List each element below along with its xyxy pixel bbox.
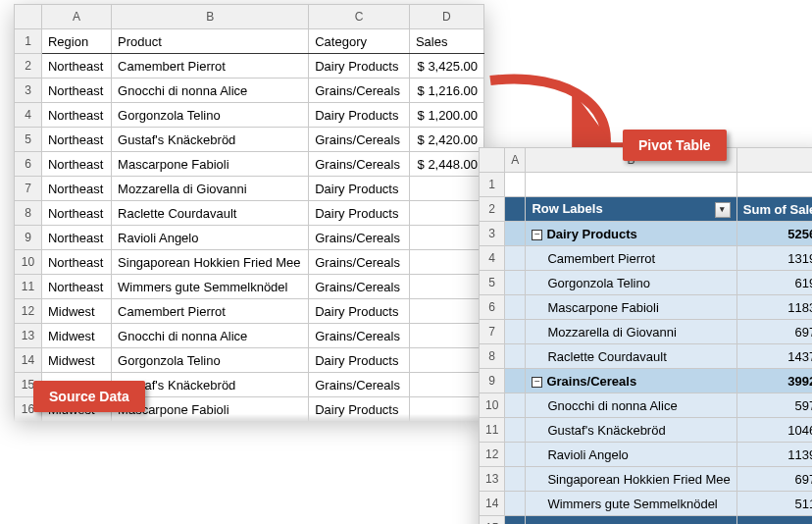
cell-sales[interactable]: [409, 348, 483, 373]
header-product[interactable]: Product: [112, 29, 309, 54]
collapse-icon[interactable]: −: [532, 230, 542, 240]
cell-region[interactable]: Northeast: [41, 275, 111, 299]
cell-sales[interactable]: $ 2,448.00: [409, 152, 483, 177]
row-header[interactable]: 4: [15, 103, 42, 128]
cell-region[interactable]: Northeast: [41, 54, 111, 79]
pivot-item-value[interactable]: 13190: [736, 246, 812, 271]
cell-category[interactable]: Dairy Products: [309, 348, 410, 373]
pivot-row-header-1[interactable]: 1: [480, 173, 505, 197]
pivot-row-header[interactable]: 14: [480, 492, 505, 516]
cell-region[interactable]: Northeast: [41, 177, 111, 201]
cell-category[interactable]: Grains/Cereals: [309, 324, 410, 348]
sum-of-sales-header[interactable]: Sum of Sales: [736, 197, 812, 222]
cell-product[interactable]: Camembert Pierrot: [112, 54, 309, 79]
pivot-cell[interactable]: [505, 173, 526, 197]
pivot-item-label[interactable]: Gnocchi di nonna Alice: [526, 393, 736, 418]
pivot-cell[interactable]: [505, 393, 526, 418]
row-header[interactable]: 11: [15, 275, 42, 299]
pivot-col-header-c[interactable]: C: [736, 148, 812, 173]
cell-sales[interactable]: [409, 299, 483, 324]
pivot-category-total[interactable]: 39924: [736, 369, 812, 393]
row-header[interactable]: 3: [15, 79, 42, 103]
pivot-row-header[interactable]: 3: [480, 222, 505, 246]
row-header[interactable]: 9: [15, 226, 42, 250]
pivot-table[interactable]: A B C 1 2 Row Labels ▾ Sum of Sales 3−Da…: [479, 147, 812, 524]
cell-region[interactable]: Northeast: [41, 79, 111, 103]
pivot-item-label[interactable]: Gustaf's Knäckebröd: [526, 418, 736, 443]
cell-product[interactable]: Gorgonzola Telino: [112, 348, 309, 373]
col-header-d[interactable]: D: [409, 5, 483, 29]
pivot-item-value[interactable]: 10465: [736, 418, 812, 443]
pivot-item-value[interactable]: 14375: [736, 344, 812, 369]
cell-category[interactable]: Grains/Cereals: [309, 152, 410, 177]
cell-sales[interactable]: [409, 226, 483, 250]
cell-product[interactable]: Gustaf's Knäckebröd: [112, 128, 309, 152]
pivot-row-header[interactable]: 8: [480, 344, 505, 369]
pivot-cell[interactable]: [505, 516, 526, 525]
pivot-row-header[interactable]: 12: [480, 443, 505, 467]
cell-region[interactable]: Northeast: [41, 250, 111, 275]
row-header[interactable]: 6: [15, 152, 42, 177]
pivot-item-label[interactable]: Camembert Pierrot: [526, 246, 736, 271]
pivot-item-label[interactable]: Singaporean Hokkien Fried Mee: [526, 467, 736, 492]
col-header-c[interactable]: C: [309, 5, 410, 29]
cell-category[interactable]: Dairy Products: [309, 299, 410, 324]
cell-product[interactable]: Gnocchi di nonna Alice: [112, 79, 309, 103]
row-labels-header[interactable]: Row Labels ▾: [526, 197, 736, 222]
pivot-cell[interactable]: [526, 173, 736, 197]
cell-category[interactable]: Grains/Cereals: [309, 275, 410, 299]
pivot-row-header[interactable]: 4: [480, 246, 505, 271]
row-header[interactable]: 12: [15, 299, 42, 324]
pivot-cell[interactable]: [505, 197, 526, 222]
header-sales[interactable]: Sales: [409, 29, 483, 54]
cell-category[interactable]: Grains/Cereals: [309, 373, 410, 397]
pivot-row-header[interactable]: 9: [480, 369, 505, 393]
pivot-item-label[interactable]: Mozzarella di Giovanni: [526, 320, 736, 344]
cell-region[interactable]: Northeast: [41, 226, 111, 250]
col-header-a[interactable]: A: [41, 5, 111, 29]
pivot-select-all-corner[interactable]: [480, 148, 505, 173]
cell-category[interactable]: Dairy Products: [309, 103, 410, 128]
cell-region[interactable]: Northeast: [41, 152, 111, 177]
pivot-item-value[interactable]: 5976: [736, 393, 812, 418]
pivot-item-value[interactable]: 5117: [736, 492, 812, 516]
pivot-item-value[interactable]: 6974: [736, 320, 812, 344]
cell-product[interactable]: Gnocchi di nonna Alice: [112, 324, 309, 348]
pivot-row-header[interactable]: 7: [480, 320, 505, 344]
row-header[interactable]: 2: [15, 54, 42, 79]
row-header[interactable]: 7: [15, 177, 42, 201]
cell-sales[interactable]: $ 1,200.00: [409, 103, 483, 128]
cell-category[interactable]: Grains/Cereals: [309, 250, 410, 275]
pivot-cell[interactable]: [736, 173, 812, 197]
pivot-item-label[interactable]: Wimmers gute Semmelknödel: [526, 492, 736, 516]
header-category[interactable]: Category: [309, 29, 410, 54]
cell-sales[interactable]: [409, 177, 483, 201]
cell-category[interactable]: Grains/Cereals: [309, 226, 410, 250]
pivot-cell[interactable]: [505, 222, 526, 246]
cell-product[interactable]: Raclette Courdavault: [112, 201, 309, 226]
pivot-cell[interactable]: [505, 320, 526, 344]
pivot-item-label[interactable]: Raclette Courdavault: [526, 344, 736, 369]
pivot-category-total[interactable]: 52562: [736, 222, 812, 246]
pivot-row-header[interactable]: 5: [480, 271, 505, 295]
row-header-1[interactable]: 1: [15, 29, 42, 54]
cell-category[interactable]: Dairy Products: [309, 177, 410, 201]
cell-product[interactable]: Mascarpone Fabioli: [112, 152, 309, 177]
grand-total-value[interactable]: 92486: [736, 516, 812, 525]
cell-sales[interactable]: [409, 397, 483, 422]
cell-sales[interactable]: $ 1,216.00: [409, 79, 483, 103]
header-region[interactable]: Region: [41, 29, 111, 54]
cell-sales[interactable]: [409, 275, 483, 299]
row-header[interactable]: 14: [15, 348, 42, 373]
cell-product[interactable]: Gorgonzola Telino: [112, 103, 309, 128]
pivot-cell[interactable]: [505, 418, 526, 443]
cell-category[interactable]: Grains/Cereals: [309, 128, 410, 152]
pivot-row-header-2[interactable]: 2: [480, 197, 505, 222]
cell-sales[interactable]: [409, 250, 483, 275]
cell-region[interactable]: Northeast: [41, 103, 111, 128]
pivot-cell[interactable]: [505, 492, 526, 516]
pivot-cell[interactable]: [505, 295, 526, 320]
cell-region[interactable]: Northeast: [41, 128, 111, 152]
pivot-cell[interactable]: [505, 443, 526, 467]
pivot-row-header-gt[interactable]: 15: [480, 516, 505, 525]
